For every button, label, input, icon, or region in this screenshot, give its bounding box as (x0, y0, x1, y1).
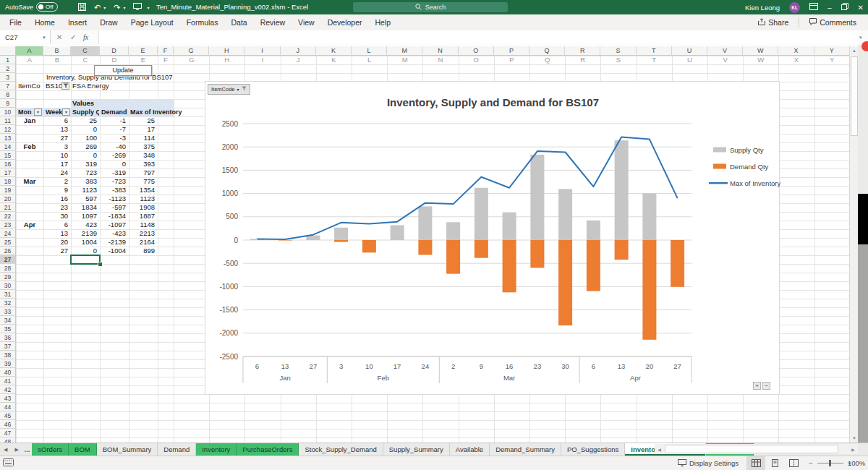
row-header-2[interactable]: 2 (0, 64, 16, 73)
sheet-tab-purchaseorders[interactable]: PurchaseOrders (237, 443, 299, 456)
sheet-tab-po_suggestions[interactable]: PO_Suggestions (561, 443, 625, 456)
row-header-34[interactable]: 34 (0, 316, 16, 325)
column-header-M[interactable]: M (387, 46, 422, 56)
save-icon[interactable] (78, 3, 86, 12)
column-header-P[interactable]: P (494, 46, 529, 56)
row-header-14[interactable]: 14 (0, 142, 16, 151)
zoom-slider-thumb[interactable] (829, 460, 831, 466)
column-header-G[interactable]: G (174, 46, 209, 56)
pivot-chart[interactable]: ItemCode ▾ 25002000150010005000-500-1000… (205, 81, 780, 395)
scroll-left-icon[interactable]: ◀ (655, 444, 664, 454)
column-header-J[interactable]: J (281, 46, 316, 56)
comments-button[interactable]: Comments (804, 15, 862, 30)
row-header-38[interactable]: 38 (0, 351, 16, 359)
row-header-10[interactable]: 10 (0, 108, 16, 116)
column-header-V[interactable]: V (707, 46, 743, 56)
redo-dropdown-icon[interactable]: ▾ (123, 5, 125, 10)
qat-customize-icon[interactable]: ▾ (147, 5, 149, 10)
collapse-field-button[interactable]: − (762, 382, 770, 390)
ribbon-tab-formulas[interactable]: Formulas (180, 18, 225, 27)
sheet-tab-available[interactable]: Available (450, 443, 490, 456)
user-name[interactable]: Kien Leong (745, 4, 780, 12)
column-header-C[interactable]: C (71, 46, 100, 56)
page-break-preview-icon[interactable] (784, 456, 803, 470)
column-header-B[interactable]: B (43, 46, 71, 56)
avatar[interactable]: KL (789, 2, 800, 13)
undo-dropdown-icon[interactable]: ▾ (103, 5, 106, 10)
column-header-O[interactable]: O (459, 46, 494, 56)
column-header-I[interactable]: I (244, 46, 280, 56)
normal-view-icon[interactable] (746, 456, 765, 470)
column-header-N[interactable]: N (422, 46, 458, 56)
row-header-15[interactable]: 15 (0, 151, 16, 160)
sheet-tab-bom_summary[interactable]: BOM_Summary (97, 443, 158, 456)
vertical-scrollbar-thumb[interactable] (851, 56, 858, 136)
horizontal-scrollbar[interactable]: ◀ ▶ (655, 444, 858, 454)
horizontal-scrollbar-thumb[interactable] (665, 445, 838, 453)
sheet-nav-left-icon[interactable]: ◀ (0, 443, 11, 456)
sheet-tab-demand_summary[interactable]: Demand_Summary (490, 443, 561, 456)
sheet-nav-right-icon[interactable]: ▶ (11, 443, 22, 456)
column-header-S[interactable]: S (600, 46, 636, 56)
ribbon-tab-home[interactable]: Home (28, 18, 61, 27)
sheet-tab-supply_summary[interactable]: Supply_Summary (383, 443, 450, 456)
scroll-up-icon[interactable]: ▲ (850, 46, 859, 55)
column-header-D[interactable]: D (100, 46, 129, 56)
row-header-28[interactable]: 28 (0, 264, 16, 273)
update-button[interactable]: Update (94, 65, 152, 76)
ribbon-tab-insert[interactable]: Insert (61, 18, 93, 27)
enter-icon[interactable]: ✓ (70, 30, 76, 44)
row-header-21[interactable]: 21 (0, 203, 16, 212)
close-button[interactable]: ✕ (858, 4, 864, 12)
ribbon-display-options-icon[interactable] (809, 3, 818, 12)
row-header-44[interactable]: 44 (0, 403, 16, 411)
cancel-icon[interactable]: ✕ (56, 30, 62, 44)
row-header-32[interactable]: 32 (0, 299, 16, 307)
redo-icon[interactable]: ↷ (114, 3, 120, 12)
column-header-R[interactable]: R (565, 46, 600, 56)
row-header-11[interactable]: 11 (0, 116, 16, 125)
row-header-43[interactable]: 43 (0, 394, 16, 403)
name-box-dropdown-icon[interactable]: ▼ (42, 35, 46, 40)
row-header-16[interactable]: 16 (0, 160, 16, 168)
column-header-Y[interactable]: Y (814, 46, 850, 56)
search-box[interactable]: Search (353, 2, 508, 12)
zoom-level[interactable]: 100% (848, 456, 865, 470)
ribbon-tab-draw[interactable]: Draw (93, 18, 124, 27)
row-header-24[interactable]: 24 (0, 229, 16, 238)
undo-icon[interactable]: ↶ (94, 3, 101, 12)
ribbon-tab-help[interactable]: Help (369, 18, 398, 27)
share-button[interactable]: Share (752, 15, 794, 30)
sheet-overflow-left[interactable]: ... (22, 443, 33, 456)
row-header-27[interactable]: 27 (0, 255, 16, 264)
ribbon-tab-page-layout[interactable]: Page Layout (124, 18, 180, 27)
sheet-tab-inventory[interactable]: Inventory (196, 443, 237, 456)
row-header-9[interactable]: 9 (0, 99, 16, 108)
row-header-31[interactable]: 31 (0, 290, 16, 299)
row-header-13[interactable]: 13 (0, 134, 16, 142)
sheet-tab-stock_supply_demand[interactable]: Stock_Supply_Demand (299, 443, 383, 456)
row-header-47[interactable]: 47 (0, 429, 16, 437)
minimize-button[interactable]: – (827, 4, 832, 12)
formula-input[interactable] (98, 30, 857, 44)
column-header-H[interactable]: H (209, 46, 244, 56)
row-header-3[interactable]: 3 (0, 73, 16, 82)
column-header-K[interactable]: K (316, 46, 352, 56)
column-header-W[interactable]: W (743, 46, 778, 56)
fill-handle[interactable] (98, 262, 103, 267)
ribbon-tab-file[interactable]: File (3, 18, 28, 27)
row-header-35[interactable]: 35 (0, 325, 16, 333)
column-header-E[interactable]: E (129, 46, 158, 56)
row-header-25[interactable]: 25 (0, 238, 16, 247)
row-header-19[interactable]: 19 (0, 186, 16, 195)
row-header-1[interactable]: 1 (0, 56, 16, 64)
row-header-30[interactable]: 30 (0, 281, 16, 290)
row-header-18[interactable]: 18 (0, 177, 16, 186)
column-header-U[interactable]: U (672, 46, 707, 56)
column-header-X[interactable]: X (778, 46, 814, 56)
expand-field-button[interactable]: + (753, 382, 761, 390)
row-header-22[interactable]: 22 (0, 212, 16, 221)
fx-icon[interactable]: fx (83, 30, 88, 44)
row-header-39[interactable]: 39 (0, 359, 16, 368)
column-header-Q[interactable]: Q (529, 46, 565, 56)
